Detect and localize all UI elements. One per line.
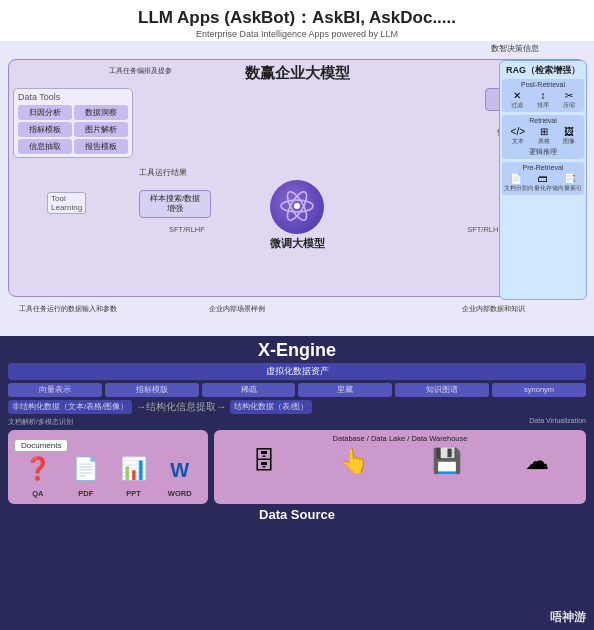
sft-label-left: SFT/RLHF [169, 225, 205, 234]
tool-item-4: 信息抽取 [18, 139, 72, 154]
doc-split-icon: 📄 [504, 173, 528, 184]
table-icon: ⊞ [538, 126, 550, 137]
arrow-label-bottom-left: 工具任务运行的数据输入和参数 [19, 304, 117, 314]
finetune-circle-inner [279, 188, 315, 226]
sft-label-right: SFT/RLHF [467, 225, 503, 234]
enterprise-model-box: 数赢企业大模型 工具任务编排及提参 Data Tools 归因分析 数据洞察 指… [8, 59, 586, 297]
database-title: Database / Data Lake / Data Warehouse [220, 434, 580, 443]
tag-3: 里藏 [298, 383, 392, 397]
rag-retrieval: Retrieval </> 文本 ⊞ 表格 🖼 图像 [502, 115, 584, 159]
rag-title: RAG（检索增强） [502, 64, 584, 77]
filter-icon: ✕ [511, 90, 523, 101]
tag-4: 知识图谱 [395, 383, 489, 397]
finetune-box: 微调大模型 [237, 180, 357, 251]
qa-icon: ❓ [24, 456, 51, 482]
vector-index-icon: 📑 [558, 173, 582, 184]
data-flow-row: 非结构化数据（文本/表格/图像） →结构化信息提取→ 结构化数据（表/图） [8, 400, 586, 414]
data-tools-grid: 归因分析 数据洞察 指标模板 图片解析 信息抽取 报告模板 [18, 105, 128, 154]
tool-item-3: 图片解析 [74, 122, 128, 137]
bottom-row: Documents ❓ QA 📄 PDF 📊 PPT [8, 430, 586, 504]
doc-icon-word: W WORD [168, 459, 192, 500]
pdf-label: PDF [78, 489, 93, 498]
rag-pre-retrieval: Pre-Retrieval 📄 文档分割 🗃 向量化存储 📑 向量索引 [502, 162, 584, 195]
finetune-circle [270, 180, 324, 234]
rag-img-icon: 🖼 图像 [563, 126, 575, 146]
sub-labels-row: 文档解析/多模态识别 Data Virtualization [8, 417, 586, 427]
sample-box: 样本搜索/数据增强 [139, 190, 211, 218]
top-header: LLM Apps (AskBot)：AskBI, AskDoc..... Ent… [0, 0, 594, 41]
doc-icon-pdf: 📄 PDF [72, 456, 99, 500]
rag-pre-icon-0: 📄 文档分割 [504, 173, 528, 193]
doc-icon-ppt: 📊 PPT [120, 456, 147, 500]
image-icon: 🖼 [563, 126, 575, 137]
tool-item-0: 归因分析 [18, 105, 72, 120]
main-title: LLM Apps (AskBot)：AskBI, AskDoc..... [0, 6, 594, 29]
rag-table-icon: ⊞ 表格 [538, 126, 550, 146]
documents-label: Documents [14, 439, 68, 452]
rag-retrieval-title: Retrieval [504, 117, 582, 124]
sort-label: 排序 [537, 101, 549, 110]
data-intelligence-label: 数智决策信息 [491, 43, 539, 54]
rag-post-icon-0: ✕ 过滤 [511, 90, 523, 110]
enterprise-model-title: 数赢企业大模型 [15, 64, 579, 83]
data-source-label: Data Source [8, 507, 586, 522]
tool-learning-label: ToolLearning [47, 192, 86, 214]
data-virt-label: Data Virtualization [529, 417, 586, 427]
tag-5: synonym [492, 383, 586, 397]
doc-icon-qa: ❓ QA [24, 456, 51, 500]
compress-label: 压缩 [563, 101, 575, 110]
rag-post-icon-2: ✂ 压缩 [563, 90, 575, 110]
rag-pre-icons-row: 📄 文档分割 🗃 向量化存储 📑 向量索引 [504, 173, 582, 193]
sort-icon: ↕ [537, 90, 549, 101]
word-label: WORD [168, 489, 192, 498]
database-box: Database / Data Lake / Data Warehouse 🗄 … [214, 430, 586, 504]
tag-0: 向量表示 [8, 383, 102, 397]
tag-2: 稀疏 [202, 383, 296, 397]
db-icon-1: 👆 [339, 447, 369, 475]
lower-section: X-Engine 虚拟化数据资产 向量表示 指标模版 稀疏 里藏 知识图谱 sy… [0, 336, 594, 630]
structured-data-label: 结构化数据（表/图） [230, 400, 312, 414]
db-icons-row: 🗄 👆 💾 ☁ [220, 447, 580, 475]
rag-post-title: Post-Retrieval [504, 81, 582, 88]
rag-post-icon-1: ↕ 排序 [537, 90, 549, 110]
compress-icon: ✂ [563, 90, 575, 101]
x-engine-title: X-Engine [8, 340, 586, 361]
sub-title: Enterprise Data Intelligence Apps powere… [0, 29, 594, 39]
arrow-right: →结构化信息提取→ [136, 400, 226, 414]
doc-icons-row: ❓ QA 📄 PDF 📊 PPT W WORD [14, 456, 202, 500]
arrow-label-top: 工具任务编排及提参 [109, 66, 172, 76]
rag-pre-icon-1: 🗃 向量化存储 [528, 173, 558, 193]
tool-item-1: 数据洞察 [74, 105, 128, 120]
tool-result-label: 工具运行结果 [139, 168, 187, 178]
tags-row: 向量表示 指标模版 稀疏 里藏 知识图谱 synonym [8, 383, 586, 397]
ppt-icon: 📊 [120, 456, 147, 482]
ppt-label: PPT [126, 489, 141, 498]
data-tools-box: Data Tools 归因分析 数据洞察 指标模板 图片解析 信息抽取 报告模板 [13, 88, 133, 158]
pdf-icon: 📄 [72, 456, 99, 482]
db-icon-0: 🗄 [252, 447, 276, 475]
arrow-label-bottom-mid: 企业内部场景样例 [209, 304, 265, 314]
word-icon: W [168, 459, 192, 482]
tool-item-5: 报告模板 [74, 139, 128, 154]
doc-parse-label: 文档解析/多模态识别 [8, 417, 73, 427]
vector-store-icon: 🗃 [528, 173, 558, 184]
rag-pre-icon-2: 📑 向量索引 [558, 173, 582, 193]
arrow-label-bottom-right: 企业内部数据和知识 [462, 304, 525, 314]
db-icon-2: 💾 [432, 447, 462, 475]
tool-item-2: 指标模板 [18, 122, 72, 137]
upper-section: 数智决策信息 数赢企业大模型 工具任务编排及提参 Data Tools 归因分析… [0, 41, 594, 336]
documents-box: Documents ❓ QA 📄 PDF 📊 PPT [8, 430, 208, 504]
watermark: 唔神游 [550, 609, 586, 626]
rag-post-retrieval: Post-Retrieval ✕ 过滤 ↕ 排序 ✂ 压缩 [502, 79, 584, 112]
rag-retrieval-icons: </> 文本 ⊞ 表格 🖼 图像 [504, 126, 582, 146]
filter-label: 过滤 [511, 101, 523, 110]
tag-1: 指标模版 [105, 383, 199, 397]
svg-point-3 [294, 203, 300, 209]
code-icon: </> [511, 126, 525, 137]
rag-post-icons-row: ✕ 过滤 ↕ 排序 ✂ 压缩 [504, 90, 582, 110]
db-icon-3: ☁ [525, 447, 549, 475]
rag-box: RAG（检索增强） Post-Retrieval ✕ 过滤 ↕ 排序 [499, 60, 587, 300]
data-tools-title: Data Tools [18, 92, 128, 102]
rag-code-icon: </> 文本 [511, 126, 525, 146]
virtual-data-bar: 虚拟化数据资产 [8, 363, 586, 380]
